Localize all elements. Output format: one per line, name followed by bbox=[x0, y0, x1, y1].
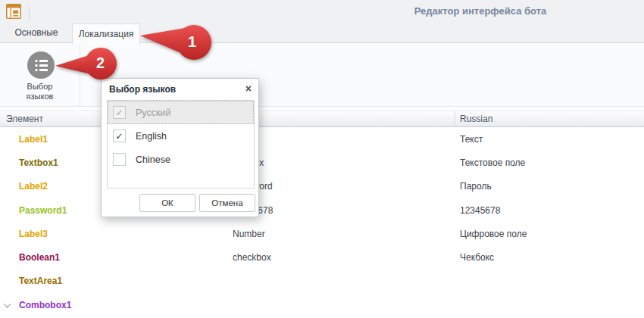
table-body: Label1ТекстTextbox1TextboxТекстовое поле… bbox=[0, 127, 644, 318]
cancel-button[interactable]: Отмена bbox=[199, 194, 255, 212]
table-row[interactable]: Label3NumberЦифровое поле bbox=[0, 222, 644, 245]
checkbox-checked-icon: ✓ bbox=[113, 106, 126, 119]
tab-localization[interactable]: Локализация bbox=[72, 23, 140, 45]
form-editor-icon bbox=[6, 4, 21, 19]
element-name: Combobox1 bbox=[19, 300, 71, 310]
element-name: Label1 bbox=[19, 134, 48, 145]
russian-value: Пароль bbox=[460, 181, 492, 192]
element-name: Password1 bbox=[19, 205, 67, 216]
element-name: Textbox1 bbox=[19, 157, 58, 168]
language-option-label: Chinese bbox=[136, 154, 170, 165]
topbar-divider bbox=[29, 5, 30, 20]
element-name: TextArea1 bbox=[19, 276, 62, 286]
russian-value: 12345678 bbox=[460, 205, 500, 216]
bot-interface-editor-window: Редактор интерфейса бота Основные Локали… bbox=[0, 0, 644, 318]
language-option[interactable]: Chinese bbox=[108, 148, 254, 171]
language-option[interactable]: ✓English bbox=[108, 124, 254, 148]
column-divider bbox=[455, 111, 455, 127]
table-row[interactable]: Password11234567812345678 bbox=[0, 198, 644, 222]
page-title: Редактор интерфейса бота bbox=[367, 5, 594, 17]
callout-arrow-1 bbox=[138, 24, 214, 62]
checkbox-checked-icon[interactable]: ✓ bbox=[113, 129, 126, 142]
russian-value: Чекбокс bbox=[460, 252, 494, 263]
russian-value: Текст bbox=[460, 134, 483, 145]
table-row[interactable]: TextArea1 bbox=[0, 270, 644, 293]
table-row[interactable]: Label1Текст bbox=[0, 127, 644, 151]
ok-button[interactable]: ОК bbox=[139, 194, 195, 212]
column-header-russian: Russian bbox=[460, 114, 492, 124]
callout-arrow-2 bbox=[53, 47, 121, 82]
language-option-label: English bbox=[136, 131, 167, 142]
label-line-1: Выбор bbox=[0, 82, 80, 92]
dialog-footer: ОК Отмена bbox=[139, 194, 255, 212]
chevron-down-icon[interactable] bbox=[4, 300, 11, 307]
close-icon[interactable]: × bbox=[245, 83, 252, 95]
language-option: ✓Русский bbox=[108, 101, 254, 124]
language-list: ✓Русский✓EnglishChinese bbox=[107, 100, 255, 189]
column-header-element: Элемент bbox=[6, 114, 43, 124]
table-header: Элемент Russian bbox=[0, 111, 644, 127]
element-name: Boolean1 bbox=[19, 252, 60, 263]
top-bar: Редактор интерфейса бота bbox=[0, 0, 644, 23]
dialog-header: Выбор языков × bbox=[102, 79, 258, 100]
tab-basic[interactable]: Основные bbox=[6, 23, 67, 42]
russian-value: Текстовое поле bbox=[460, 157, 525, 168]
element-name: Label3 bbox=[19, 229, 48, 239]
dialog-title: Выбор языков bbox=[109, 84, 176, 95]
table-row[interactable]: Textbox1TextboxТекстовое поле bbox=[0, 151, 644, 174]
table-row[interactable]: Boolean1checkboxЧекбокс bbox=[0, 245, 644, 269]
english-value: checkbox bbox=[233, 252, 271, 263]
language-select-dialog: Выбор языков × ✓Русский✓EnglishChinese О… bbox=[101, 78, 259, 217]
label-line-2: языков bbox=[0, 92, 80, 101]
tab-bar: Основные Локализация bbox=[0, 23, 644, 43]
english-value: Number bbox=[233, 229, 265, 239]
callout-number-1: 1 bbox=[188, 33, 196, 51]
russian-value: Цифровое поле bbox=[460, 229, 527, 239]
table-row[interactable]: Label2PasswordПароль bbox=[0, 175, 644, 198]
checkbox-unchecked-icon[interactable] bbox=[113, 153, 126, 166]
element-name: Label2 bbox=[19, 181, 48, 192]
table-row[interactable]: Combobox1 bbox=[0, 293, 644, 316]
language-option-label: Русский bbox=[136, 108, 170, 118]
bullet-list-icon bbox=[27, 51, 55, 79]
callout-number-2: 2 bbox=[96, 55, 105, 72]
language-select-button-label: Выбор языков bbox=[0, 82, 80, 101]
